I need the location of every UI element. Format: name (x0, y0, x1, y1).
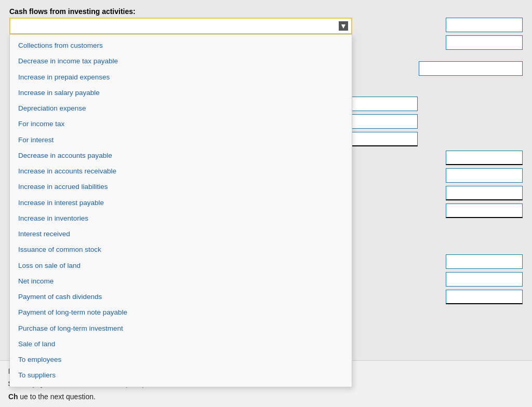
dropdown-item[interactable]: Increase in salary payable (10, 85, 352, 101)
dropdown-item[interactable]: Increase in prepaid expenses (10, 70, 352, 85)
dropdown-item[interactable]: Net income (10, 274, 352, 289)
input-field-9[interactable] (446, 186, 523, 200)
input-field-13[interactable] (446, 290, 523, 304)
ch-label: Ch (8, 392, 18, 401)
right-inputs-group2 (419, 61, 523, 77)
input-field-4[interactable] (341, 97, 418, 111)
input-field-10[interactable] (446, 204, 523, 218)
input-field-12[interactable] (446, 272, 523, 287)
right-inputs-group1 (446, 18, 523, 51)
dropdown-item[interactable]: To employees (10, 352, 352, 368)
dropdown-item[interactable]: Increase in inventories (10, 211, 352, 226)
dropdown-item[interactable]: Purchase of long-term investment (10, 321, 352, 336)
dropdown-item[interactable]: Interest received (10, 226, 352, 242)
dropdown-item[interactable]: Decrease in income tax payable (10, 53, 352, 69)
dropdown-item[interactable]: To suppliers (10, 368, 352, 383)
dropdown-item[interactable]: Collections from customers (10, 38, 352, 53)
dropdown-item[interactable]: Decrease in accounts payable (10, 148, 352, 164)
dropdown-item[interactable]: Increase in accounts receivable (10, 164, 352, 179)
input-field-6[interactable] (341, 132, 418, 146)
dropdown-arrow-icon[interactable]: ▼ (339, 21, 348, 31)
dropdown-item[interactable]: Sale of land (10, 336, 352, 352)
dropdown-item[interactable]: For income tax (10, 116, 352, 132)
dropdown-item[interactable]: Loss on sale of land (10, 258, 352, 274)
bottom-text-3-end: ue to the next question. (20, 392, 96, 401)
input-field-5[interactable] (341, 114, 418, 129)
dropdown-trigger[interactable]: ▼ (9, 18, 352, 34)
input-field-2[interactable] (446, 35, 523, 50)
input-field-11[interactable] (446, 254, 523, 269)
dropdown-item[interactable]: Payment of cash dividends (10, 289, 352, 305)
dropdown-item[interactable]: For interest (10, 132, 352, 148)
dropdown-item[interactable]: Increase in interest payable (10, 195, 352, 211)
dropdown-item[interactable]: Increase in accrued liabilities (10, 179, 352, 195)
right-inputs-group5 (446, 254, 523, 305)
right-inputs-group4 (446, 151, 523, 219)
dropdown-item[interactable]: Payment of long-term note payable (10, 305, 352, 320)
dropdown-list: Collections from customersDecrease in in… (9, 34, 352, 387)
right-inputs-group3 (341, 97, 418, 147)
dropdown-item[interactable]: Depreciation expense (10, 101, 352, 116)
input-field-3[interactable] (419, 61, 523, 76)
page-container: Cash flows from investing activities: ▼ … (0, 0, 532, 407)
input-field-1[interactable] (446, 18, 523, 32)
input-field-7[interactable] (446, 151, 523, 165)
dropdown-item[interactable]: Issuance of common stock (10, 242, 352, 257)
input-field-8[interactable] (446, 168, 523, 183)
bottom-text-row-3: Ch ue to the next question. (8, 392, 524, 401)
section-title: Cash flows from investing activities: (9, 7, 136, 16)
